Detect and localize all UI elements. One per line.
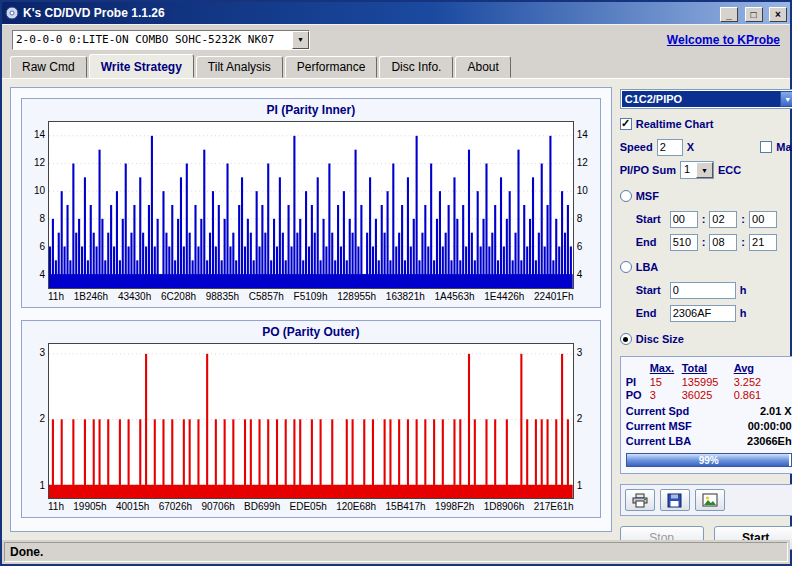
tab-page: PI (Parity Inner) 468101214 468101214 11… [2, 78, 790, 540]
export-image-button[interactable] [695, 489, 725, 511]
msf-start-frame-input[interactable] [749, 211, 777, 228]
tab-about[interactable]: About [455, 56, 510, 78]
chevron-down-icon[interactable]: ▼ [292, 31, 309, 49]
x-tick-label: 1E4426h [484, 291, 524, 302]
x-tick-label: 1D8906h [484, 501, 525, 512]
disc-size-radio-row[interactable]: Disc Size [620, 331, 792, 347]
y-tick-label: 10 [577, 186, 588, 196]
tab-tilt-analysis[interactable]: Tilt Analysis [196, 56, 283, 78]
x-tick-label: 90706h [201, 501, 234, 512]
current-lba-row: Current LBA 23066Eh [626, 435, 792, 447]
po-chart-body: 123 123 [28, 343, 594, 499]
msf-separator: : [702, 213, 706, 225]
msf-label: MSF [636, 190, 659, 202]
realtime-chart-option[interactable]: Realtime Chart [620, 116, 792, 132]
stats-header-total: Total [682, 362, 734, 376]
x-tick-label: C5857h [249, 291, 284, 302]
y-tick-label: 2 [577, 414, 583, 424]
speed-row: Speed X Max [620, 139, 792, 155]
lba-radio-row[interactable]: LBA [620, 259, 792, 275]
current-msf-row: Current MSF 00:00:00 [626, 420, 792, 432]
x-tick-label: 67026h [159, 501, 192, 512]
table-row: PO 3 36025 0.861 [626, 389, 792, 402]
y-tick-label: 3 [577, 348, 583, 358]
y-tick-label: 8 [39, 214, 45, 224]
pi-xaxis-labels: 11h1B246h43430h6C208h98835hC5857hF5109h1… [48, 291, 574, 302]
msf-end-frame-input[interactable] [749, 234, 777, 251]
pi-avg-value: 3.252 [734, 376, 792, 389]
pipo-sum-value: 1 [681, 162, 696, 178]
drive-select[interactable]: 2-0-0-0 0:LITE-ON COMBO SOHC-5232K NK07 … [12, 30, 310, 50]
y-tick-label: 10 [34, 186, 45, 196]
pi-chart: PI (Parity Inner) 468101214 468101214 11… [21, 98, 601, 308]
x-tick-label: 120E68h [336, 501, 376, 512]
po-row-label: PO [626, 389, 650, 402]
current-msf-value: 00:00:00 [748, 420, 792, 432]
y-tick-label: 12 [577, 158, 588, 168]
measure-mode-select[interactable]: C1C2/PIPO ▼ [620, 89, 792, 109]
stats-header-avg: Avg [734, 362, 792, 376]
print-button[interactable] [625, 489, 655, 511]
status-panel: Done. [4, 542, 788, 562]
x-tick-label: 6C208h [161, 291, 196, 302]
chevron-down-icon[interactable]: ▼ [780, 91, 792, 107]
msf-start-sec-input[interactable] [709, 211, 737, 228]
pi-yaxis-right: 468101214 [574, 121, 594, 289]
tab-disc-info-[interactable]: Disc Info. [379, 56, 453, 78]
welcome-link[interactable]: Welcome to KProbe [667, 33, 780, 47]
msf-end-min-input[interactable] [670, 234, 698, 251]
printer-icon [632, 493, 648, 508]
msf-radio-row[interactable]: MSF [620, 188, 792, 204]
po-total-value: 36025 [682, 389, 734, 402]
lba-radio[interactable] [620, 261, 632, 273]
stats-header-max: Max. [650, 362, 682, 376]
pipo-sum-select[interactable]: 1 ▼ [680, 161, 714, 179]
x-tick-label: 11h [48, 291, 64, 302]
y-tick-label: 12 [34, 158, 45, 168]
lba-start-input[interactable] [670, 282, 736, 299]
po-chart-title: PO (Parity Outer) [28, 325, 594, 343]
minimize-button[interactable]: _ [720, 7, 738, 22]
pipo-sum-label: PI/PO Sum [620, 164, 676, 176]
x-tick-label: 40015h [116, 501, 149, 512]
po-chart: PO (Parity Outer) 123 123 11h19905h40015… [21, 320, 601, 518]
msf-radio[interactable] [620, 190, 632, 202]
x-tick-label: 1998F2h [435, 501, 474, 512]
progress-bar: 99% [626, 453, 792, 467]
disc-size-radio[interactable] [620, 333, 632, 345]
close-button[interactable]: × [769, 7, 787, 22]
chevron-down-icon[interactable]: ▼ [696, 162, 713, 178]
app-window: K's CD/DVD Probe 1.1.26 _ □ × 2-0-0-0 0:… [0, 0, 792, 566]
msf-separator: : [741, 236, 745, 248]
tab-raw-cmd[interactable]: Raw Cmd [10, 56, 87, 78]
y-tick-label: 1 [39, 481, 45, 491]
current-speed-label: Current Spd [626, 405, 690, 417]
disc-size-label: Disc Size [636, 333, 684, 345]
floppy-disk-icon [667, 493, 682, 508]
realtime-chart-label: Realtime Chart [636, 118, 714, 130]
pi-chart-plot [48, 121, 574, 289]
x-tick-label: EDE05h [290, 501, 327, 512]
max-speed-checkbox[interactable] [760, 141, 772, 153]
y-tick-label: 3 [39, 348, 45, 358]
drive-toolbar: 2-0-0-0 0:LITE-ON COMBO SOHC-5232K NK07 … [2, 24, 790, 54]
progress-label: 99% [627, 454, 791, 466]
speed-input[interactable] [657, 139, 683, 156]
msf-start-label: Start [636, 213, 666, 225]
maximize-button[interactable]: □ [745, 7, 763, 22]
speed-label: Speed [620, 141, 653, 153]
msf-end-label: End [636, 236, 666, 248]
tab-performance[interactable]: Performance [285, 56, 378, 78]
lba-end-input[interactable] [670, 305, 736, 322]
window-title: K's CD/DVD Probe 1.1.26 [23, 6, 714, 20]
current-speed-value: 2.01 X [760, 405, 792, 417]
realtime-chart-checkbox[interactable] [620, 118, 632, 130]
x-tick-label: 128955h [337, 291, 376, 302]
msf-end-sec-input[interactable] [709, 234, 737, 251]
tab-strip: Raw CmdWrite StrategyTilt AnalysisPerfor… [2, 54, 790, 78]
msf-start-min-input[interactable] [670, 211, 698, 228]
tab-write-strategy[interactable]: Write Strategy [89, 54, 194, 78]
lba-start-unit: h [740, 284, 747, 296]
y-tick-label: 1 [577, 481, 583, 491]
save-button[interactable] [660, 489, 690, 511]
